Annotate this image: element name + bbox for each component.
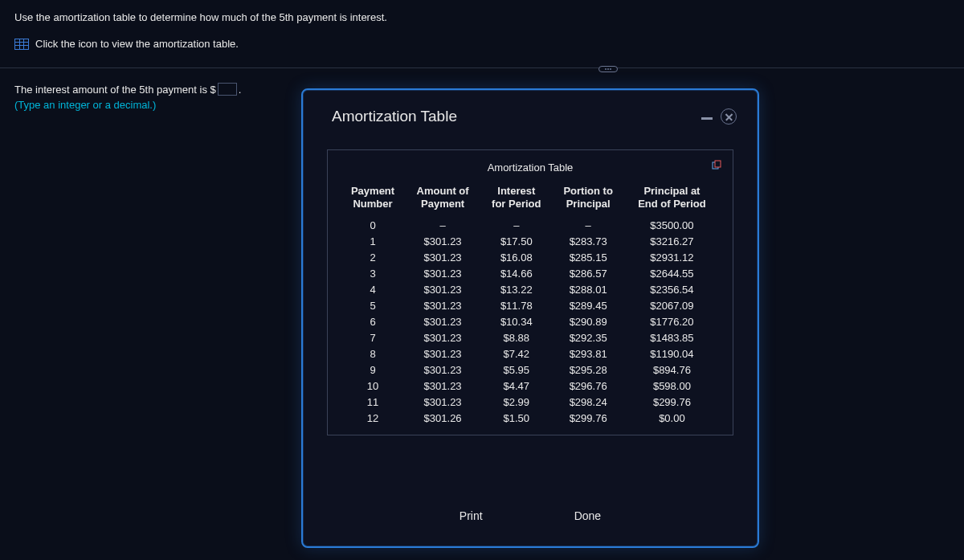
cell-bal: $1776.20 xyxy=(624,314,720,330)
cell-pr: $298.24 xyxy=(552,394,623,411)
table-row: 3$301.23$14.66$286.57$2644.55 xyxy=(341,266,720,282)
cell-pr: $296.76 xyxy=(552,378,623,394)
cell-int: $4.47 xyxy=(480,378,552,394)
amortization-table: PaymentNumber Amount ofPayment Interestf… xyxy=(341,183,720,427)
cell-n: 7 xyxy=(341,330,405,346)
cell-bal: $2644.55 xyxy=(624,266,720,282)
table-row: 2$301.23$16.08$285.15$2931.12 xyxy=(341,250,720,266)
copy-icon[interactable] xyxy=(712,160,721,170)
table-body: 0–––$3500.001$301.23$17.50$283.73$3216.2… xyxy=(341,218,720,427)
cell-int: $13.22 xyxy=(480,282,552,298)
table-container: Amortization Table PaymentNumber Amount … xyxy=(327,149,733,435)
col-payment-number: PaymentNumber xyxy=(341,183,405,218)
cell-n: 1 xyxy=(341,234,405,250)
answer-suffix: . xyxy=(239,84,242,96)
cell-pr: $285.15 xyxy=(552,250,623,266)
popup-header: Amortization Table xyxy=(303,90,758,133)
print-button[interactable]: Print xyxy=(450,505,492,527)
table-row: 9$301.23$5.95$295.28$894.76 xyxy=(341,362,720,378)
cell-n: 6 xyxy=(341,314,405,330)
amortization-popup: Amortization Table Amortization Table Pa… xyxy=(301,88,759,548)
done-button[interactable]: Done xyxy=(565,505,611,527)
col-principal-end: Principal atEnd of Period xyxy=(624,183,720,218)
cell-bal: $598.00 xyxy=(624,378,720,394)
cell-bal: $299.76 xyxy=(624,394,720,411)
cell-int: $1.50 xyxy=(480,411,552,427)
svg-rect-1 xyxy=(715,161,721,167)
cell-bal: $2931.12 xyxy=(624,250,720,266)
cell-int: – xyxy=(480,218,552,234)
close-icon[interactable] xyxy=(721,108,737,125)
cell-int: $14.66 xyxy=(480,266,552,282)
question-prompt: Use the amortization table to determine … xyxy=(14,11,950,23)
cell-bal: $1483.85 xyxy=(624,330,720,346)
cell-int: $16.08 xyxy=(480,250,552,266)
popup-title: Amortization Table xyxy=(332,108,457,125)
table-row: 7$301.23$8.88$292.35$1483.85 xyxy=(341,330,720,346)
table-row: 11$301.23$2.99$298.24$299.76 xyxy=(341,394,720,411)
col-interest-period: Interestfor Period xyxy=(480,183,552,218)
cell-bal: $1190.04 xyxy=(624,346,720,362)
cell-amt: $301.23 xyxy=(405,394,480,411)
icon-instruction-row: Click the icon to view the amortization … xyxy=(14,38,950,50)
cell-int: $10.34 xyxy=(480,314,552,330)
cell-pr: $292.35 xyxy=(552,330,623,346)
cell-amt: $301.23 xyxy=(405,298,480,314)
cell-amt: $301.26 xyxy=(405,411,480,427)
cell-amt: $301.23 xyxy=(405,282,480,298)
cell-pr: $283.73 xyxy=(552,234,623,250)
question-area: Use the amortization table to determine … xyxy=(0,0,964,67)
cell-pr: – xyxy=(552,218,623,234)
col-portion-principal: Portion toPrincipal xyxy=(552,183,623,218)
cell-amt: $301.23 xyxy=(405,346,480,362)
cell-bal: $3216.27 xyxy=(624,234,720,250)
cell-int: $17.50 xyxy=(480,234,552,250)
cell-n: 8 xyxy=(341,346,405,362)
cell-n: 11 xyxy=(341,394,405,411)
cell-bal: $894.76 xyxy=(624,362,720,378)
table-icon[interactable] xyxy=(14,39,29,50)
answer-input[interactable] xyxy=(218,83,237,96)
cell-int: $5.95 xyxy=(480,362,552,378)
cell-bal: $2067.09 xyxy=(624,298,720,314)
table-row: 6$301.23$10.34$290.89$1776.20 xyxy=(341,314,720,330)
cell-bal: $3500.00 xyxy=(624,218,720,234)
table-inner-title: Amortization Table xyxy=(341,161,720,174)
cell-pr: $290.89 xyxy=(552,314,623,330)
section-pill-icon[interactable] xyxy=(598,66,618,72)
cell-amt: $301.23 xyxy=(405,330,480,346)
cell-int: $7.42 xyxy=(480,346,552,362)
cell-pr: $295.28 xyxy=(552,362,623,378)
cell-n: 9 xyxy=(341,362,405,378)
table-row: 10$301.23$4.47$296.76$598.00 xyxy=(341,378,720,394)
cell-amt: $301.23 xyxy=(405,266,480,282)
popup-controls xyxy=(701,108,737,125)
cell-int: $11.78 xyxy=(480,298,552,314)
cell-bal: $2356.54 xyxy=(624,282,720,298)
table-row: 12$301.26$1.50$299.76$0.00 xyxy=(341,411,720,427)
cell-n: 4 xyxy=(341,282,405,298)
table-row: 5$301.23$11.78$289.45$2067.09 xyxy=(341,298,720,314)
cell-amt: $301.23 xyxy=(405,362,480,378)
cell-amt: $301.23 xyxy=(405,378,480,394)
cell-n: 0 xyxy=(341,218,405,234)
minimize-icon[interactable] xyxy=(701,117,713,120)
cell-amt: – xyxy=(405,218,480,234)
table-row: 1$301.23$17.50$283.73$3216.27 xyxy=(341,234,720,250)
cell-n: 2 xyxy=(341,250,405,266)
cell-n: 5 xyxy=(341,298,405,314)
icon-instruction-text: Click the icon to view the amortization … xyxy=(35,38,239,50)
answer-prefix: The interest amount of the 5th payment i… xyxy=(14,84,216,96)
table-row: 8$301.23$7.42$293.81$1190.04 xyxy=(341,346,720,362)
table-header-row: PaymentNumber Amount ofPayment Interestf… xyxy=(341,183,720,218)
col-amount-payment: Amount ofPayment xyxy=(405,183,480,218)
cell-pr: $293.81 xyxy=(552,346,623,362)
cell-amt: $301.23 xyxy=(405,314,480,330)
table-row: 4$301.23$13.22$288.01$2356.54 xyxy=(341,282,720,298)
cell-n: 10 xyxy=(341,378,405,394)
popup-footer: Print Done xyxy=(303,505,758,527)
cell-pr: $288.01 xyxy=(552,282,623,298)
cell-n: 3 xyxy=(341,266,405,282)
table-row: 0–––$3500.00 xyxy=(341,218,720,234)
cell-pr: $299.76 xyxy=(552,411,623,427)
